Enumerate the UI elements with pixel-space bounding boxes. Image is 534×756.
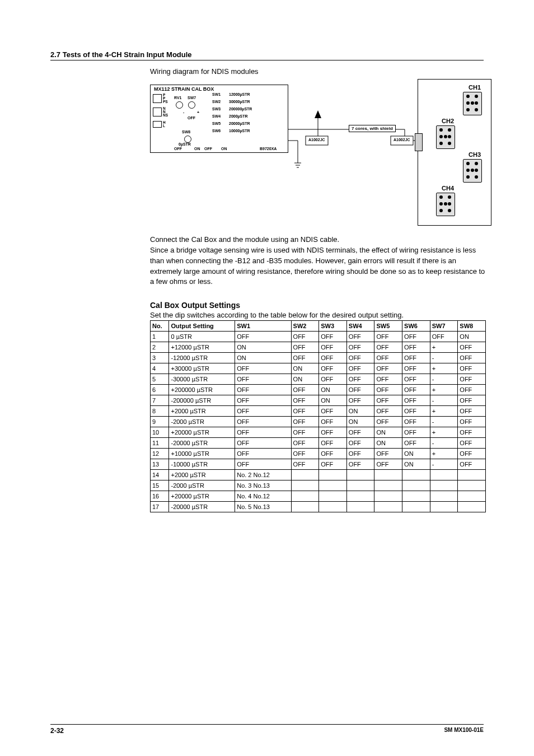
cell-out: -2000 µSTR <box>169 480 235 491</box>
cell-out: +2000 µSTR <box>169 470 235 480</box>
cell-sw3: OFF <box>319 438 347 449</box>
th-sw6: SW6 <box>402 321 430 332</box>
cell-sw6: OFF <box>402 332 430 342</box>
table-row: 9-2000 µSTROFFOFFOFFONOFFOFF-OFF <box>151 417 486 427</box>
cell-sw4: OFF <box>346 374 374 385</box>
svg-marker-6 <box>315 110 321 118</box>
sw3-label: SW3 <box>212 107 221 111</box>
table-row: 16+20000 µSTRNo. 4 No.12 <box>151 491 486 502</box>
sw2-range: 30000µSTR <box>229 100 250 104</box>
cell-sw2: OFF <box>291 459 319 470</box>
cell-sw6: ON <box>402 459 430 470</box>
cell-sw3: OFF <box>319 374 347 385</box>
cell-sw7: + <box>430 385 458 395</box>
cell-no: 6 <box>151 385 169 395</box>
cell-out: -12000 µSTR <box>169 353 235 363</box>
cell-no: 14 <box>151 470 169 480</box>
cell-no: 10 <box>151 427 169 438</box>
cell-no: 1 <box>151 332 169 342</box>
cell-sw7: + <box>430 342 458 353</box>
cell-sw7: - <box>430 417 458 427</box>
cell-no: 2 <box>151 342 169 353</box>
th-sw3: SW3 <box>319 321 347 332</box>
table-row: 4+30000 µSTROFFONOFFOFFOFFOFF+OFF <box>151 363 486 374</box>
sw5-label: SW5 <box>212 122 221 125</box>
wiring-diagram: MX112 STRAIN CAL BOX PPPS NNNS HL RV1 SW… <box>150 79 491 225</box>
cell-sw8: OFF <box>458 459 486 470</box>
table-row: 17-20000 µSTRNo. 5 No.13 <box>151 502 486 512</box>
th-out: Output Setting <box>169 321 235 332</box>
cell-sw4: OFF <box>346 332 374 342</box>
cell-sw3 <box>319 470 347 480</box>
sw7-icon <box>188 101 195 109</box>
cell-sw1: OFF <box>235 406 291 417</box>
diagram-caption: Wiring diagram for NDIS modules <box>150 67 484 76</box>
cell-sw8: OFF <box>458 363 486 374</box>
cell-sw8: OFF <box>458 438 486 449</box>
sw5-range: 20000µSTR <box>229 122 250 125</box>
sw7-off: OFF <box>188 116 195 120</box>
cell-sw1: OFF <box>235 363 291 374</box>
th-sw8: SW8 <box>458 321 486 332</box>
footer: 2-32 SM MX100-01E <box>0 724 534 735</box>
sw7-label: SW7 <box>188 96 196 100</box>
cell-out: +20000 µSTR <box>169 427 235 438</box>
cell-sw4: OFF <box>346 459 374 470</box>
cell-sw2: OFF <box>291 353 319 363</box>
cell-sw4: OFF <box>346 353 374 363</box>
sw8-label: SW8 <box>182 130 190 134</box>
cell-sw8 <box>458 502 486 512</box>
th-sw1: SW1 <box>235 321 291 332</box>
th-no: No. <box>151 321 169 332</box>
ch1-connector <box>463 92 482 115</box>
cell-no: 9 <box>151 417 169 427</box>
ch2-plug <box>415 133 423 151</box>
cell-sw4: OFF <box>346 342 374 353</box>
cell-sw2 <box>291 480 319 491</box>
ch2-label: CH2 <box>442 118 454 124</box>
cell-sw8: OFF <box>458 385 486 395</box>
cell-sw6: ON <box>402 449 430 459</box>
cell-sw7 <box>430 480 458 491</box>
cell-sw5: OFF <box>374 363 402 374</box>
ch3-connector <box>463 159 482 183</box>
cell-out: +2000 µSTR <box>169 406 235 417</box>
cell-sw1: OFF <box>235 427 291 438</box>
th-sw2: SW2 <box>291 321 319 332</box>
a1002jc-left: A1002JC <box>308 138 325 142</box>
sw6-off-bottom: OFF <box>204 147 212 151</box>
cell-sw5: OFF <box>374 395 402 406</box>
minus-label: - <box>183 110 184 114</box>
cell-sw2 <box>291 491 319 502</box>
cell-sw5: OFF <box>374 385 402 395</box>
cell-no: 8 <box>151 406 169 417</box>
cell-sw6: OFF <box>402 406 430 417</box>
cell-sw6: OFF <box>402 395 430 406</box>
cell-sw2: OFF <box>291 332 319 342</box>
pins-1: PPPS <box>163 94 168 104</box>
table-row: 14+2000 µSTRNo. 2 No.12 <box>151 470 486 480</box>
cell-sw1: No. 2 No.12 <box>235 470 291 480</box>
ch1-label: CH1 <box>469 84 481 91</box>
table-row: 6+200000 µSTROFFOFFONOFFOFFOFF+OFF <box>151 385 486 395</box>
cell-sw5: OFF <box>374 417 402 427</box>
sw1-label: SW1 <box>212 92 221 96</box>
cell-sw5 <box>374 491 402 502</box>
body-p2: Since a bridge voltage sensing wire is u… <box>150 246 485 286</box>
cell-sw6: OFF <box>402 374 430 385</box>
cell-sw2: OFF <box>291 395 319 406</box>
cell-sw5: OFF <box>374 332 402 342</box>
ch4-label: CH4 <box>442 185 454 192</box>
cell-out: +12000 µSTR <box>169 342 235 353</box>
cell-sw7 <box>430 491 458 502</box>
cell-sw1: OFF <box>235 332 291 342</box>
cell-sw2 <box>291 502 319 512</box>
cell-sw2: OFF <box>291 342 319 353</box>
cell-sw8 <box>458 480 486 491</box>
cell-out: +20000 µSTR <box>169 491 235 502</box>
sw8-off: OFF <box>174 147 182 151</box>
cell-sw2: OFF <box>291 449 319 459</box>
cell-sw3: OFF <box>319 406 347 417</box>
sw8-zero: 0µSTR <box>179 142 191 146</box>
cell-out: +30000 µSTR <box>169 363 235 374</box>
